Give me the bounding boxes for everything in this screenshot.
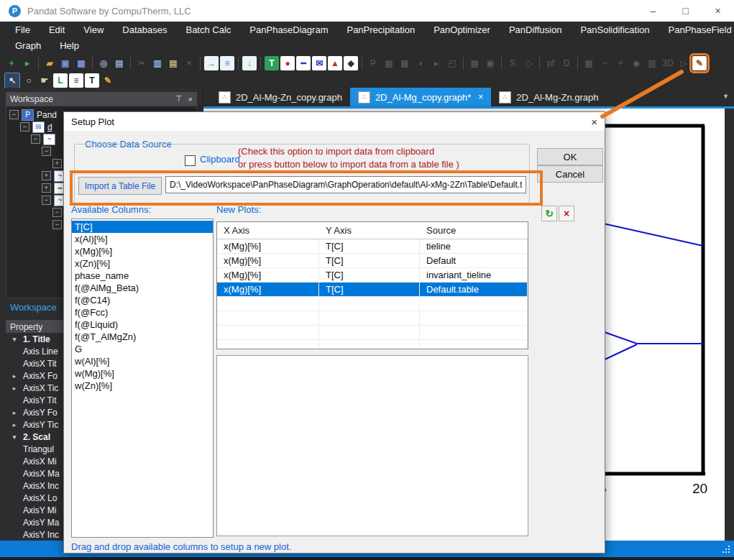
tab-almg-copy[interactable]: ∴ 2D_Al-Mg_copy.graph* × (350, 88, 491, 106)
available-column-item[interactable]: f(@T_AlMgZn) (72, 331, 213, 343)
select-cursor-icon[interactable]: ↖ (4, 73, 20, 88)
plot-color-icon[interactable]: ◆ (344, 56, 358, 70)
menu-item[interactable]: Edit (40, 24, 74, 35)
paint-add-icon[interactable]: ◇ (521, 56, 536, 70)
plot-source-cell[interactable]: Default (420, 254, 528, 267)
tree-expand-icon[interactable]: + (52, 159, 62, 168)
report-icon[interactable]: ▷ (676, 56, 691, 70)
open-window-icon[interactable]: ▸ (20, 56, 35, 70)
available-column-item[interactable]: f(@AlMg_Beta) (72, 282, 213, 294)
table-icon[interactable]: T (265, 56, 279, 70)
delete-plot-icon[interactable]: × (559, 206, 574, 221)
property-chevron-icon[interactable]: ▸ (6, 385, 23, 392)
menu-item[interactable]: Help (50, 40, 88, 51)
section-calc-icon[interactable]: ◰ (445, 56, 459, 70)
plot-ternary-icon[interactable]: ▲ (328, 56, 342, 70)
property-chevron-icon[interactable]: ▾ (6, 336, 23, 343)
cancel-button[interactable]: Cancel (537, 165, 603, 183)
plot-source-cell[interactable]: tieline (420, 239, 528, 253)
menu-item[interactable]: View (74, 24, 113, 35)
plot-line-icon[interactable]: ━ (296, 56, 311, 70)
menu-item[interactable]: PanSolidification (571, 24, 659, 35)
grid-fine-icon[interactable]: ▦ (467, 56, 482, 70)
new-plot-row[interactable]: x(Mg)[%] T[C] Default (217, 254, 528, 268)
available-column-item[interactable]: w(Mg)[%] (72, 367, 213, 380)
three-d-icon[interactable]: 3D (661, 56, 675, 70)
plot-x-axis-cell[interactable] (217, 311, 319, 325)
menu-item[interactable]: Batch Calc (176, 24, 240, 35)
diamond-icon[interactable]: ◆ (629, 56, 643, 70)
available-column-item[interactable]: w(Al)[%] (72, 355, 213, 367)
grid-cross-icon[interactable]: + (613, 56, 628, 70)
toolbar-icon[interactable] (577, 57, 578, 70)
grid-calc-icon[interactable]: ▦ (382, 56, 396, 70)
tree-expand-icon[interactable]: − (42, 147, 51, 156)
available-column-item[interactable]: G (72, 343, 213, 355)
save-icon[interactable]: ▣ (58, 56, 73, 70)
toolbar-icon[interactable] (238, 57, 239, 70)
new-plot-row[interactable] (217, 340, 528, 349)
plot-source-cell[interactable] (420, 311, 528, 325)
tab-close-icon[interactable]: × (478, 92, 483, 102)
plot-tieline-icon[interactable]: ✉ (312, 56, 326, 70)
plot-source-cell[interactable] (420, 340, 528, 349)
available-column-item[interactable]: T[C] (72, 221, 213, 233)
available-column-item[interactable]: f(@C14) (72, 294, 213, 306)
available-column-item[interactable]: f(@Fcc) (72, 306, 213, 318)
phasefield-db-icon[interactable]: pf (543, 56, 558, 70)
ok-button[interactable]: OK (537, 148, 603, 165)
plot-y-axis-cell[interactable] (319, 311, 420, 325)
pin-icon[interactable]: ⊤ (175, 94, 183, 104)
plot-source-cell[interactable] (420, 326, 528, 339)
plot-x-axis-cell[interactable] (217, 340, 319, 349)
solidification-db-icon[interactable]: S (505, 56, 520, 70)
available-column-item[interactable]: w(Zn)[%] (72, 380, 213, 392)
delete-icon[interactable]: × (182, 56, 196, 70)
available-column-item[interactable]: x(Mg)[%] (72, 245, 213, 257)
toolbar-icon[interactable] (38, 57, 39, 70)
setup-plot-icon[interactable]: ✎ (692, 56, 707, 70)
menu-item[interactable]: PanPrecipitation (337, 24, 424, 35)
plot-source-cell[interactable] (420, 297, 528, 311)
plot-y-axis-cell[interactable] (319, 326, 420, 339)
dialog-close-icon[interactable]: × (591, 116, 597, 128)
table-file-path-input[interactable] (165, 176, 526, 193)
y-axis-column-header[interactable]: Y Axis (319, 225, 420, 236)
new-plot-row[interactable]: x(Mg)[%] T[C] Default.table (217, 283, 528, 297)
print-preview-icon[interactable]: ◎ (96, 56, 111, 70)
available-column-item[interactable]: x(Zn)[%] (72, 257, 213, 270)
point-calc-icon[interactable]: ▸ (429, 56, 444, 70)
tree-expand-icon[interactable]: + (42, 183, 51, 193)
menu-item[interactable]: PanPhaseDiagram (240, 24, 337, 35)
zoom-icon[interactable]: ○ (22, 73, 36, 88)
menu-item[interactable]: Databases (113, 24, 176, 35)
panel-close-icon[interactable]: × (188, 95, 193, 104)
paste-icon[interactable]: ▤ (166, 56, 180, 70)
menu-item[interactable]: PanDiffusion (500, 24, 571, 35)
toolbar-icon[interactable] (362, 57, 362, 70)
plot-point-icon[interactable]: ● (280, 56, 295, 70)
plot-x-axis-cell[interactable]: x(Mg)[%] (217, 268, 319, 282)
maximize-button[interactable]: □ (669, 0, 702, 22)
add-text-icon[interactable]: T (85, 73, 99, 88)
tree-expand-icon[interactable]: − (52, 220, 62, 229)
tab-almgzn-copy[interactable]: ∴ 2D_Al-Mg-Zn_copy.graph (211, 88, 350, 106)
import-table-file-button[interactable]: Import a Table File (78, 177, 162, 195)
property-chevron-icon[interactable]: ▸ (6, 409, 23, 416)
contour-calc-icon[interactable]: ◗ (413, 56, 428, 70)
toolbar-icon[interactable] (501, 57, 502, 70)
import-file-icon[interactable]: ↓ (242, 56, 257, 70)
legend-icon[interactable]: L (53, 73, 68, 88)
resize-grip[interactable] (722, 551, 724, 553)
new-plot-row[interactable] (217, 311, 528, 326)
toolbar-icon[interactable] (463, 57, 464, 70)
plot-y-axis-cell[interactable] (319, 340, 420, 349)
menu-item[interactable]: PanPhaseField (659, 24, 734, 35)
tree-expand-icon[interactable]: − (42, 196, 51, 205)
curve-icon[interactable]: ~ (597, 56, 612, 70)
plot-y-axis-cell[interactable]: T[C] (319, 268, 420, 282)
plot-source-cell[interactable]: Default.table (420, 283, 528, 296)
new-plot-row[interactable] (217, 297, 528, 311)
table-grid-icon[interactable]: ▦ (582, 56, 596, 70)
plot-x-axis-cell[interactable]: x(Mg)[%] (217, 283, 319, 296)
